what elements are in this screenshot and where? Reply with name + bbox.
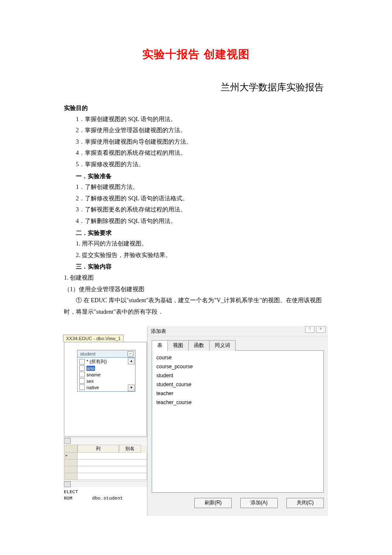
refresh-button[interactable]: 刷新(R)	[194, 498, 232, 508]
grid-cell[interactable]	[78, 466, 147, 473]
horizontal-scrollbar-2[interactable]	[64, 481, 147, 487]
scroll-down-icon[interactable]: ▾	[128, 384, 135, 391]
list-item[interactable]: course_pcourse	[156, 362, 319, 371]
col-all[interactable]: * (所有列)	[86, 358, 107, 365]
close-button[interactable]: 关闭(C)	[286, 498, 324, 508]
prep-1: 1．了解创建视图方法。	[64, 182, 328, 193]
grid-cell[interactable]	[78, 453, 147, 460]
row-selector[interactable]	[64, 466, 78, 473]
list-item[interactable]: student_course	[156, 380, 319, 389]
table-listbox[interactable]: course course_pcourse student student_co…	[152, 351, 324, 493]
list-item[interactable]: student	[156, 371, 319, 380]
prep-4: 4．了解删除视图的 SQL 语句的用法。	[64, 216, 328, 227]
prep-3: 3．了解视图更名的系统存储过程的用法。	[64, 204, 328, 216]
sql-pane[interactable]: ELECT ROM dbo.student	[64, 487, 147, 501]
column-checkbox[interactable]	[79, 384, 85, 390]
col-native[interactable]: native	[86, 385, 99, 390]
content-1: 1. 创建视图	[64, 272, 328, 284]
content-1-1: （1）使用企业管理器创建视图	[64, 284, 328, 295]
content-para: ① 在 EDUC 库中以"student"表为基础，建立一个名为"V_计算机系学…	[64, 295, 328, 318]
add-button[interactable]: 添加(A)	[240, 498, 278, 508]
horizontal-scrollbar[interactable]	[64, 437, 147, 444]
criteria-grid[interactable]: 列 别名	[64, 445, 147, 480]
designer-tab[interactable]: XX34.EDUC - dbo.View_1	[63, 335, 124, 342]
tab-synonyms[interactable]: 同义词	[209, 340, 236, 351]
prep-2: 2．了解修改视图的 SQL 语句的语法格式。	[64, 193, 328, 205]
column-checkbox[interactable]	[79, 372, 85, 377]
minimize-icon[interactable]: –	[127, 351, 133, 356]
table-diagram-box[interactable]: student – ▴ * (所有列) sno sname sex native…	[77, 350, 135, 392]
row-selector[interactable]	[64, 473, 78, 480]
sql-line-2b: dbo.student	[92, 496, 123, 501]
col-sname[interactable]: sname	[86, 372, 101, 377]
doc-title: 实验十报告 创建视图	[64, 47, 328, 62]
view-designer-pane: XX34.EDUC - dbo.View_1 student – ▴ * (所有…	[64, 326, 147, 516]
req-1: 1. 用不同的方法创建视图。	[64, 238, 328, 250]
grid-corner	[64, 445, 78, 453]
scroll-up-icon[interactable]: ▴	[128, 358, 135, 364]
grid-header-col[interactable]: 列	[78, 445, 119, 453]
dialog-title: 添加表	[151, 328, 166, 334]
list-item[interactable]: teacher_course	[156, 398, 319, 407]
heading-prep: 一．实验准备	[64, 171, 328, 182]
list-item[interactable]: course	[156, 353, 319, 362]
tab-tables[interactable]: 表	[152, 340, 168, 351]
purpose-4: 4．掌握查看视图的系统存储过程的用法。	[64, 147, 328, 159]
row-selector[interactable]	[64, 460, 78, 466]
col-sno[interactable]: sno	[86, 366, 95, 371]
heading-purpose: 实验目的	[64, 102, 328, 114]
list-item[interactable]: teacher	[156, 389, 319, 398]
column-checkbox[interactable]	[79, 378, 85, 384]
close-icon[interactable]: ✕	[316, 326, 326, 333]
req-2: 2. 提交实验报告，并验收实验结果。	[64, 250, 328, 261]
doc-subtitle: 兰州大学数据库实验报告	[64, 81, 328, 94]
add-table-dialog: 添加表 ? ✕ 表 视图 函数 同义词 course cour	[147, 326, 328, 516]
purpose-2: 2．掌握使用企业管理器创建视图的方法。	[64, 125, 328, 136]
purpose-5: 5．掌握修改视图的方法。	[64, 159, 328, 171]
purpose-3: 3．掌握使用创建视图向导创建视图的方法。	[64, 136, 328, 148]
help-icon[interactable]: ?	[305, 326, 314, 333]
dialog-tabstrip: 表 视图 函数 同义词	[152, 340, 324, 351]
sql-line-1: ELECT	[64, 489, 147, 495]
tab-views[interactable]: 视图	[167, 340, 189, 351]
row-selector[interactable]	[64, 453, 78, 460]
heading-req: 二．实验要求	[64, 227, 328, 239]
grid-header-alias[interactable]: 别名	[119, 445, 141, 453]
table-box-name: student	[80, 351, 95, 356]
tab-functions[interactable]: 函数	[188, 340, 210, 351]
purpose-1: 1．掌握创建视图的 SQL 语句的用法。	[64, 114, 328, 125]
column-checkbox[interactable]	[79, 359, 85, 364]
grid-cell[interactable]	[78, 460, 147, 466]
col-sex[interactable]: sex	[86, 379, 94, 384]
embedded-screenshot: XX34.EDUC - dbo.View_1 student – ▴ * (所有…	[64, 326, 328, 516]
heading-content: 三．实验内容	[64, 261, 328, 272]
sql-line-2a: ROM	[64, 496, 72, 501]
column-checkbox[interactable]	[79, 365, 85, 371]
grid-cell[interactable]	[78, 473, 147, 480]
table-box-title[interactable]: student –	[78, 350, 135, 358]
